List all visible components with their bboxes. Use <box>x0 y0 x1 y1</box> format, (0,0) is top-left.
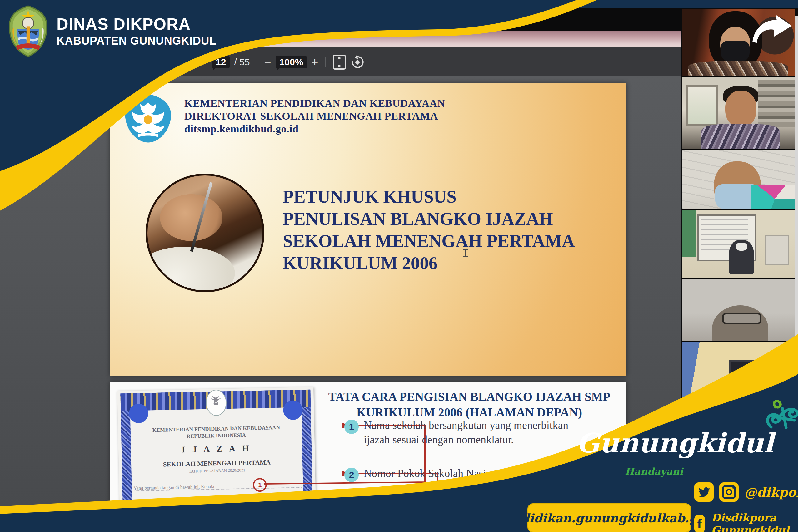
participant-video[interactable] <box>682 279 795 341</box>
social-row-twitter-instagram: @dikpora_gk <box>694 482 798 502</box>
facebook-name: Disdikpora Gunungkidul <box>711 511 798 532</box>
pdf-page-current: KEMENTERIAN PENDIDIKAN DAN KEBUDAYAAN DI… <box>110 83 627 376</box>
social-handle: @dikpora_gk <box>744 485 798 499</box>
sidebar-scrollbar[interactable] <box>795 16 798 532</box>
header-brand: DINAS DIKPORA KABUPATEN GUNUNGKIDUL <box>8 5 216 57</box>
fit-page-icon[interactable] <box>333 55 346 70</box>
ijazah-certificate-image: KEMENTERIAN PENDIDIKAN DAN KEBUDAYAAN RE… <box>117 387 316 532</box>
footer-brand-script: Gunungkidul <box>577 427 783 459</box>
slide-ministry-header: KEMENTERIAN PENDIDIKAN DAN KEBUDAYAAN DI… <box>184 97 445 135</box>
instagram-icon[interactable] <box>719 482 739 502</box>
gunungkidul-crest <box>8 5 49 57</box>
agency-region: KABUPATEN GUNUNGKIDUL <box>57 35 216 46</box>
participant-video[interactable] <box>682 150 795 209</box>
page-total-label: / 55 <box>234 57 250 68</box>
slide-title: PETUNJUK KHUSUS PENULISAN BLANGKO IJAZAH… <box>283 186 575 274</box>
list-item: Nomor Pokok Sekolah Nasional (NPSN) <box>364 467 543 481</box>
ministry-line-3: ditsmp.kemdikbud.go.id <box>184 122 445 135</box>
zoom-out-button[interactable]: − <box>264 56 271 68</box>
footer-tagline: Handayani <box>625 466 683 477</box>
toolbar-divider <box>325 57 326 67</box>
toolbar-divider <box>256 57 257 67</box>
share-icon[interactable] <box>750 14 794 45</box>
video-conference-frame: 12 / 55 − 100% + <box>0 0 798 532</box>
ministry-line-2: DIREKTORAT SEKOLAH MENENGAH PERTAMA <box>184 110 445 122</box>
ministry-line-1: KEMENTERIAN PENDIDIKAN DAN KEBUDAYAAN <box>184 97 445 110</box>
zoom-level-input[interactable]: 100% <box>276 56 307 69</box>
certificate-field-label: Kabupaten/Kota <box>134 522 165 528</box>
tut-wuri-handayani-logo <box>124 94 173 144</box>
list-badge-1: 1 <box>344 420 359 434</box>
slide2-heading: TATA CARA PENGISIAN BLANGKO IJAZAH SMP K… <box>316 389 622 420</box>
participant-video[interactable] <box>682 210 795 278</box>
list-item: Nama sekolah bersangkutan yang menerbitk… <box>364 418 568 447</box>
social-row-facebook: f Disdikpora Gunungkidul <box>694 511 798 532</box>
rotate-icon[interactable] <box>350 55 365 69</box>
text-cursor <box>465 249 466 257</box>
zoom-in-button[interactable]: + <box>311 56 318 68</box>
hand-writing-photo <box>146 174 264 292</box>
page-number-input[interactable]: 12 <box>212 56 230 69</box>
participant-video[interactable] <box>682 77 795 149</box>
list-badge-2: 2 <box>344 468 359 482</box>
facebook-icon[interactable]: f <box>694 515 705 532</box>
website-banner[interactable]: pendidikan.gunungkidulkab.go.id <box>527 503 691 532</box>
list-badge-3: 3 <box>344 502 359 517</box>
certificate-field-suffix: menerangkan bahwa <box>252 529 290 532</box>
gk-monogram-ornament <box>762 400 798 429</box>
twitter-icon[interactable] <box>694 482 714 502</box>
agency-name: DINAS DIKPORA <box>57 16 216 32</box>
